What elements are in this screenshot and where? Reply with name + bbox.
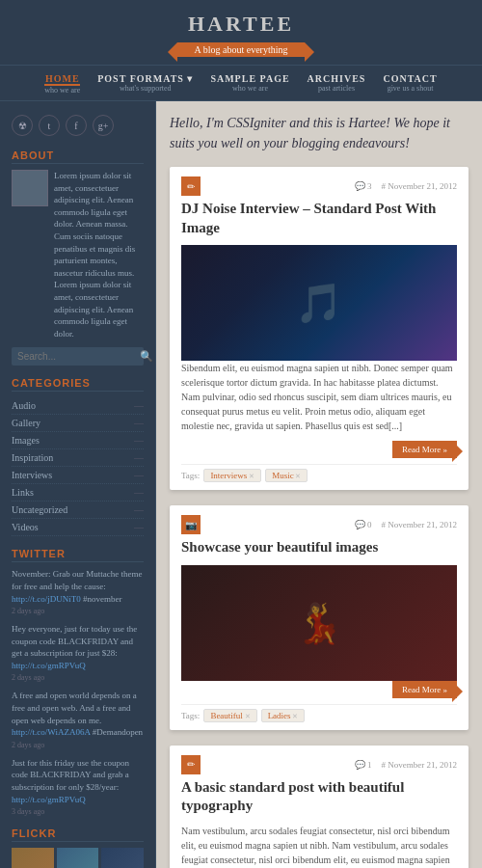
page-layout: ☢ t f g+ ABOUT Lorem ipsum dolor sit ame… [0,101,482,868]
post-2-icon: 📷 [181,515,201,534]
category-links[interactable]: Links— [12,484,144,502]
post-1-tag-interviews[interactable]: Interviews [203,469,261,482]
tags-label: Tags: [181,471,200,480]
site-header: HARTEE A blog about everything [0,0,482,66]
about-block: Lorem ipsum dolor sit amet, consectetuer… [12,170,144,339]
nav-contact-sub: give us a shout [383,84,437,93]
post-1-tag-music[interactable]: Music [265,469,308,482]
social-twitter-icon[interactable]: t [39,115,60,136]
post-card-3: ✏ 💬 1 # November 21, 2012 A basic standa… [170,746,469,869]
category-gallery[interactable]: Gallery— [12,415,144,432]
post-2-image [181,565,457,681]
post-2-comments: 💬 0 [355,520,372,529]
category-images[interactable]: Images— [12,432,144,449]
flickr-thumb-1[interactable] [12,848,54,868]
nav-contact-label: CONTACT [383,73,437,84]
tweet-3-time: 2 days ago [12,741,144,749]
tweet-2-text: Hey everyone, just for today use the cou… [12,623,144,671]
post-1-comments: 💬 3 [355,181,372,191]
twitter-list: November: Grab our Muttache theme for fr… [12,568,144,816]
tweet-4: Just for this friday use the coupon code… [12,757,144,816]
post-2-tag-beautiful[interactable]: Beautiful [203,709,256,722]
post-3-meta: ✏ 💬 1 # November 21, 2012 [181,755,457,774]
search-button[interactable]: 🔍 [140,350,153,363]
about-text: Lorem ipsum dolor sit amet, consectetuer… [54,170,144,339]
post-1-image [181,245,457,361]
main-content: Hello, I'm CSSIgniter and this is Hartee… [156,101,482,868]
social-rss-icon[interactable]: ☢ [12,115,33,136]
site-title: HARTEE [0,12,482,37]
nav-post-formats-label: POST FORMATS ▾ [97,73,193,84]
flickr-thumb-3[interactable] [101,848,144,868]
category-videos[interactable]: Videos— [12,519,144,536]
hero-text: Hello, I'm CSSIgniter and this is Hartee… [170,113,469,153]
post-2-date: # November 21, 2012 [382,520,458,529]
tweet-3: A free and open world depends on a free … [12,690,144,748]
post-1-meta: ✏ 💬 3 # November 21, 2012 [181,176,457,196]
post-2-tags: Tags: Beautiful Ladies [181,704,457,722]
nav-home-label: HOME [44,73,80,86]
tweet-1-text: November: Grab our Muttache theme for fr… [12,568,144,605]
tweet-3-link[interactable]: http://t.co/WiAZA06A [12,727,90,737]
category-audio[interactable]: Audio— [12,397,144,415]
site-tagline: A blog about everything [177,42,306,57]
post-2-tag-ladies[interactable]: Ladies [261,709,306,722]
nav-archives[interactable]: ARCHIVES past articles [308,73,366,95]
nav-home-sub: who we are [44,86,80,95]
post-2-meta: 📷 💬 0 # November 21, 2012 [181,515,457,534]
post-2-read-more[interactable]: Read More » [392,681,457,698]
category-inspiration[interactable]: Inspiration— [12,449,144,467]
flickr-title: FLICKR [12,827,144,842]
post-3-excerpt: Nam vestibulum, arcu sodales feugiat con… [181,824,457,869]
post-card-1: ✏ 💬 3 # November 21, 2012 DJ Noise Inter… [170,167,469,490]
tweet-1: November: Grab our Muttache theme for fr… [12,568,144,615]
post-1-inner: ✏ 💬 3 # November 21, 2012 DJ Noise Inter… [170,167,469,490]
about-section-title: ABOUT [12,149,144,164]
categories-title: CATEGORIES [12,377,144,392]
post-1-read-more-wrap: Read More » [181,441,457,458]
nav-home[interactable]: HOME who we are [44,73,80,95]
nav-post-formats-sub: what's supported [97,84,193,93]
tweet-1-link[interactable]: http://t.co/jDUNiT0 [12,594,81,604]
search-bar[interactable]: 🔍 [12,347,144,366]
category-uncategorized[interactable]: Uncategorized— [12,502,144,519]
social-icons: ☢ t f g+ [12,115,144,136]
post-3-comments: 💬 1 [355,760,372,770]
nav-sample-sub: who we are [210,84,289,93]
post-2-title[interactable]: Showcase your beautiful images [181,538,457,557]
post-1-excerpt: Sibendum elit, eu euismod magna sapien u… [181,361,457,433]
post-3-date: # November 21, 2012 [382,760,458,770]
post-1-read-more[interactable]: Read More » [392,441,457,458]
tweet-4-link[interactable]: http://t.co/gmRPVuQ [12,795,86,804]
post-3-meta-right: 💬 1 # November 21, 2012 [355,760,457,770]
flickr-grid [12,848,144,868]
post-3-icon: ✏ [181,755,201,774]
nav-sample-page[interactable]: SAMPLE PAGE who we are [210,73,289,95]
nav-sample-label: SAMPLE PAGE [210,73,289,84]
about-avatar [12,170,48,206]
tweet-4-text: Just for this friday use the coupon code… [12,757,144,805]
nav-contact[interactable]: CONTACT give us a shout [383,73,437,95]
flickr-thumb-2[interactable] [57,848,99,868]
nav-archives-label: ARCHIVES [308,73,366,84]
tweet-3-text: A free and open world depends on a free … [12,690,144,738]
categories-list: Audio— Gallery— Images— Inspiration— Int… [12,397,144,536]
post-1-meta-right: 💬 3 # November 21, 2012 [355,181,457,191]
post-1-title[interactable]: DJ Noise Interview – Standard Post With … [181,200,457,237]
tweet-2-time: 2 days ago [12,673,144,682]
search-input[interactable] [17,351,140,362]
sidebar: ☢ t f g+ ABOUT Lorem ipsum dolor sit ame… [0,101,156,868]
tweet-2-link[interactable]: http://t.co/gmRPVuQ [12,661,86,670]
post-2-read-more-wrap: Read More » [181,681,457,698]
social-facebook-icon[interactable]: f [66,115,87,136]
post-2-inner: 📷 💬 0 # November 21, 2012 Showcase your … [170,505,469,730]
tweet-4-time: 3 days ago [12,807,144,816]
post-3-title[interactable]: A basic standard post with beautiful typ… [181,778,457,816]
category-interviews[interactable]: Interviews— [12,467,144,484]
social-gplus-icon[interactable]: g+ [93,115,114,136]
nav-post-formats[interactable]: POST FORMATS ▾ what's supported [97,73,193,95]
post-1-tags: Tags: Interviews Music [181,464,457,482]
twitter-title: TWITTER [12,548,144,562]
tweet-1-time: 2 days ago [12,607,144,615]
post-3-inner: ✏ 💬 1 # November 21, 2012 A basic standa… [170,746,469,869]
